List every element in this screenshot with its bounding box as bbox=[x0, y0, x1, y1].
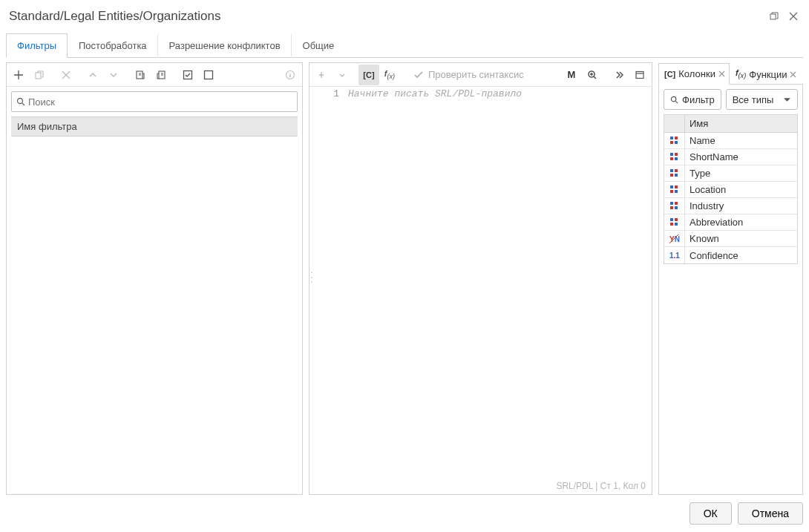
column-row[interactable]: Abbreviation bbox=[664, 214, 797, 231]
column-row[interactable]: ShortName bbox=[664, 149, 797, 165]
columns-tab-icon: [C] bbox=[664, 70, 675, 79]
column-name: Known bbox=[685, 231, 797, 246]
svg-rect-27 bbox=[670, 202, 673, 205]
filters-grid-header: Имя фильтра bbox=[11, 116, 298, 137]
sidebar-panel: [C] Колонки f(x) Функции Фильтр bbox=[658, 62, 803, 495]
cancel-button[interactable]: Отмена bbox=[738, 502, 803, 525]
column-name: Industry bbox=[685, 199, 797, 213]
types-select[interactable]: Все типы bbox=[726, 89, 798, 110]
search-input[interactable] bbox=[28, 96, 292, 108]
editor-placeholder: Начните писать SRL/PDL-правило bbox=[345, 87, 652, 478]
filters-grid-body[interactable] bbox=[11, 137, 298, 494]
window-button[interactable] bbox=[629, 65, 650, 85]
case-toggle-button[interactable] bbox=[311, 65, 332, 85]
search-icon bbox=[670, 96, 678, 104]
svg-rect-33 bbox=[670, 223, 673, 226]
tab-functions[interactable]: f(x) Функции bbox=[730, 63, 802, 85]
info-button[interactable] bbox=[280, 65, 301, 85]
svg-rect-4 bbox=[184, 70, 192, 79]
tab-columns[interactable]: [C] Колонки bbox=[658, 63, 730, 85]
close-tab-icon[interactable] bbox=[790, 71, 796, 78]
column-type-icon bbox=[664, 133, 685, 148]
column-row[interactable]: Location bbox=[664, 182, 797, 198]
columns-table: Имя NameShortNameTypeLocationIndustryAbb… bbox=[664, 114, 798, 264]
column-name: Confidence bbox=[685, 249, 797, 263]
svg-point-10 bbox=[671, 96, 675, 101]
svg-rect-15 bbox=[670, 153, 673, 156]
filter-label: Фильтр bbox=[682, 94, 715, 105]
functions-mode-button[interactable]: f(x) bbox=[379, 65, 400, 85]
svg-rect-24 bbox=[675, 185, 678, 188]
svg-rect-18 bbox=[675, 157, 678, 160]
svg-rect-13 bbox=[670, 141, 673, 144]
column-row[interactable]: 1.1Confidence bbox=[664, 247, 797, 263]
column-name: Abbreviation bbox=[685, 215, 797, 229]
code-editor[interactable]: 1 Начните писать SRL/PDL-правило bbox=[309, 87, 652, 478]
move-up-button[interactable] bbox=[82, 65, 103, 85]
editor-panel: [C] f(x) Проверить синтаксис M bbox=[309, 62, 652, 495]
chevron-down-icon bbox=[783, 96, 791, 104]
check-all-button[interactable] bbox=[177, 65, 198, 85]
svg-rect-1 bbox=[36, 73, 41, 79]
export-button[interactable] bbox=[151, 65, 171, 85]
svg-rect-5 bbox=[205, 70, 213, 79]
split-handle-icon[interactable] bbox=[305, 269, 309, 289]
column-type-icon bbox=[664, 165, 685, 181]
svg-rect-11 bbox=[670, 137, 673, 139]
column-row[interactable]: Industry bbox=[664, 198, 797, 214]
svg-rect-25 bbox=[670, 190, 673, 193]
dropdown-button[interactable] bbox=[332, 65, 353, 85]
column-type-icon bbox=[664, 198, 685, 214]
svg-rect-23 bbox=[670, 185, 673, 188]
import-button[interactable] bbox=[130, 65, 151, 85]
svg-rect-9 bbox=[636, 71, 643, 78]
svg-point-7 bbox=[18, 99, 23, 104]
mark-button[interactable]: M bbox=[561, 65, 582, 85]
column-name: Location bbox=[685, 183, 797, 197]
column-name: Name bbox=[685, 134, 797, 148]
tab-filters[interactable]: Фильтры bbox=[6, 33, 68, 58]
zoom-button[interactable] bbox=[582, 65, 603, 85]
close-icon[interactable] bbox=[787, 10, 800, 23]
add-button[interactable] bbox=[8, 65, 29, 85]
svg-rect-26 bbox=[675, 190, 678, 193]
columns-tab-label: Колонки bbox=[678, 68, 715, 79]
filter-button[interactable]: Фильтр bbox=[664, 89, 721, 110]
svg-rect-22 bbox=[675, 174, 678, 177]
svg-rect-32 bbox=[675, 218, 678, 221]
columns-mode-button[interactable]: [C] bbox=[358, 65, 379, 85]
dialog-title: Standard/Legal Entities/Organizations bbox=[9, 9, 761, 24]
syntax-check-button[interactable]: Проверить синтаксис bbox=[406, 69, 531, 80]
move-down-button[interactable] bbox=[103, 65, 124, 85]
more-button[interactable] bbox=[609, 65, 629, 85]
svg-rect-19 bbox=[670, 169, 673, 172]
search-input-wrapper bbox=[11, 91, 298, 112]
column-type-icon: 1.1 bbox=[664, 247, 685, 263]
svg-rect-34 bbox=[675, 223, 678, 226]
tab-conflict-resolution[interactable]: Разрешение конфликтов bbox=[158, 33, 292, 58]
maximize-icon[interactable] bbox=[767, 10, 781, 23]
column-row[interactable]: Type bbox=[664, 165, 797, 182]
svg-text:1.1: 1.1 bbox=[669, 252, 680, 260]
delete-button[interactable] bbox=[56, 65, 76, 85]
types-select-label: Все типы bbox=[733, 94, 774, 105]
svg-rect-31 bbox=[670, 218, 673, 221]
column-row[interactable]: YNKnown bbox=[664, 231, 797, 247]
svg-rect-16 bbox=[675, 153, 678, 156]
ok-button[interactable]: ОК bbox=[690, 502, 732, 525]
svg-rect-28 bbox=[675, 202, 678, 205]
tab-general[interactable]: Общие bbox=[292, 33, 346, 58]
svg-rect-21 bbox=[670, 174, 673, 177]
syntax-check-label: Проверить синтаксис bbox=[428, 69, 524, 80]
column-row[interactable]: Name bbox=[664, 133, 797, 149]
copy-button[interactable] bbox=[29, 65, 50, 85]
svg-rect-29 bbox=[670, 206, 673, 209]
functions-tab-label: Функции bbox=[749, 69, 787, 80]
close-tab-icon[interactable] bbox=[718, 70, 725, 77]
column-type-icon bbox=[664, 182, 685, 197]
tab-postprocessing[interactable]: Постобработка bbox=[68, 33, 158, 58]
uncheck-all-button[interactable] bbox=[198, 65, 219, 85]
editor-status: SRL/PDL | Ст 1, Кол 0 bbox=[309, 478, 652, 494]
column-type-icon bbox=[664, 149, 685, 165]
column-type-icon: YN bbox=[664, 231, 685, 246]
